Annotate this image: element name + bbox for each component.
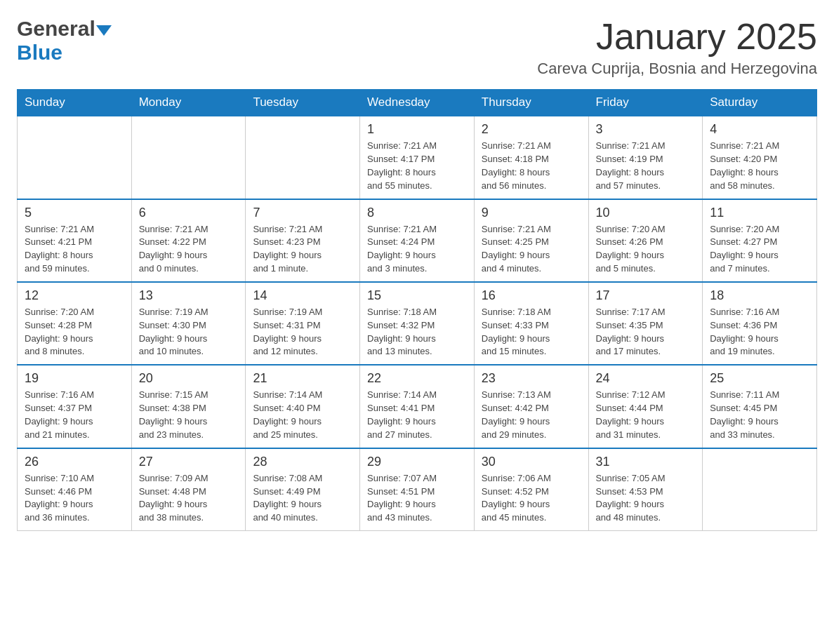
calendar-cell: 5Sunrise: 7:21 AM Sunset: 4:21 PM Daylig…	[18, 199, 132, 282]
day-info: Sunrise: 7:12 AM Sunset: 4:44 PM Dayligh…	[596, 389, 696, 441]
calendar-cell: 10Sunrise: 7:20 AM Sunset: 4:26 PM Dayli…	[588, 199, 703, 282]
day-info: Sunrise: 7:07 AM Sunset: 4:51 PM Dayligh…	[367, 472, 467, 525]
day-number: 15	[367, 288, 467, 303]
day-number: 2	[482, 122, 581, 137]
day-number: 21	[253, 371, 352, 386]
day-info: Sunrise: 7:21 AM Sunset: 4:20 PM Dayligh…	[710, 140, 809, 192]
day-number: 11	[710, 206, 809, 220]
day-info: Sunrise: 7:21 AM Sunset: 4:24 PM Dayligh…	[367, 223, 467, 276]
calendar-cell: 20Sunrise: 7:15 AM Sunset: 4:38 PM Dayli…	[131, 365, 246, 448]
calendar-body: 1Sunrise: 7:21 AM Sunset: 4:17 PM Daylig…	[18, 116, 817, 530]
day-info: Sunrise: 7:11 AM Sunset: 4:45 PM Dayligh…	[710, 389, 809, 441]
calendar-cell: 16Sunrise: 7:18 AM Sunset: 4:33 PM Dayli…	[474, 282, 588, 365]
day-number: 19	[25, 371, 124, 386]
day-info: Sunrise: 7:14 AM Sunset: 4:41 PM Dayligh…	[367, 389, 467, 441]
day-number: 9	[482, 206, 581, 220]
day-number: 28	[253, 455, 352, 469]
day-number: 25	[710, 371, 809, 386]
calendar-cell: 19Sunrise: 7:16 AM Sunset: 4:37 PM Dayli…	[18, 365, 132, 448]
day-info: Sunrise: 7:19 AM Sunset: 4:30 PM Dayligh…	[139, 306, 239, 358]
day-number: 5	[25, 206, 124, 220]
calendar-cell	[18, 116, 132, 199]
calendar-cell: 21Sunrise: 7:14 AM Sunset: 4:40 PM Dayli…	[246, 365, 360, 448]
day-number: 7	[253, 206, 352, 220]
page-header: General Blue January 2025 Careva Cuprija…	[17, 17, 817, 78]
week-row-1: 1Sunrise: 7:21 AM Sunset: 4:17 PM Daylig…	[18, 116, 817, 199]
day-info: Sunrise: 7:17 AM Sunset: 4:35 PM Dayligh…	[596, 306, 696, 358]
day-info: Sunrise: 7:15 AM Sunset: 4:38 PM Dayligh…	[139, 389, 239, 441]
calendar-cell: 4Sunrise: 7:21 AM Sunset: 4:20 PM Daylig…	[703, 116, 817, 199]
day-number: 10	[596, 206, 696, 220]
location-title: Careva Cuprija, Bosnia and Herzegovina	[537, 60, 817, 78]
day-info: Sunrise: 7:21 AM Sunset: 4:21 PM Dayligh…	[25, 223, 124, 276]
calendar-cell: 18Sunrise: 7:16 AM Sunset: 4:36 PM Dayli…	[703, 282, 817, 365]
calendar-cell: 23Sunrise: 7:13 AM Sunset: 4:42 PM Dayli…	[474, 365, 588, 448]
calendar-cell: 30Sunrise: 7:06 AM Sunset: 4:52 PM Dayli…	[474, 448, 588, 531]
week-row-3: 12Sunrise: 7:20 AM Sunset: 4:28 PM Dayli…	[18, 282, 817, 365]
day-info: Sunrise: 7:16 AM Sunset: 4:37 PM Dayligh…	[25, 389, 124, 441]
calendar-cell	[131, 116, 246, 199]
day-info: Sunrise: 7:21 AM Sunset: 4:23 PM Dayligh…	[253, 223, 352, 276]
calendar-cell: 26Sunrise: 7:10 AM Sunset: 4:46 PM Dayli…	[18, 448, 132, 531]
day-number: 30	[482, 455, 581, 469]
calendar-cell: 25Sunrise: 7:11 AM Sunset: 4:45 PM Dayli…	[703, 365, 817, 448]
day-info: Sunrise: 7:16 AM Sunset: 4:36 PM Dayligh…	[710, 306, 809, 358]
week-row-2: 5Sunrise: 7:21 AM Sunset: 4:21 PM Daylig…	[18, 199, 817, 282]
day-number: 4	[710, 122, 809, 137]
day-number: 20	[139, 371, 239, 386]
calendar-cell: 8Sunrise: 7:21 AM Sunset: 4:24 PM Daylig…	[360, 199, 475, 282]
calendar-cell: 14Sunrise: 7:19 AM Sunset: 4:31 PM Dayli…	[246, 282, 360, 365]
day-info: Sunrise: 7:21 AM Sunset: 4:17 PM Dayligh…	[367, 140, 467, 192]
day-info: Sunrise: 7:18 AM Sunset: 4:32 PM Dayligh…	[367, 306, 467, 358]
day-number: 16	[482, 288, 581, 303]
calendar-cell: 11Sunrise: 7:20 AM Sunset: 4:27 PM Dayli…	[703, 199, 817, 282]
calendar-cell: 2Sunrise: 7:21 AM Sunset: 4:18 PM Daylig…	[474, 116, 588, 199]
logo: General Blue	[17, 17, 112, 65]
month-title: January 2025	[537, 17, 817, 57]
logo-general-text: General	[17, 17, 95, 41]
day-number: 31	[596, 455, 696, 469]
day-header-tuesday: Tuesday	[246, 90, 360, 116]
day-number: 27	[139, 455, 239, 469]
calendar-cell	[246, 116, 360, 199]
calendar-cell: 1Sunrise: 7:21 AM Sunset: 4:17 PM Daylig…	[360, 116, 475, 199]
calendar-cell: 3Sunrise: 7:21 AM Sunset: 4:19 PM Daylig…	[588, 116, 703, 199]
day-number: 1	[367, 122, 467, 137]
day-number: 6	[139, 206, 239, 220]
calendar-cell: 27Sunrise: 7:09 AM Sunset: 4:48 PM Dayli…	[131, 448, 246, 531]
days-of-week-row: SundayMondayTuesdayWednesdayThursdayFrid…	[18, 90, 817, 116]
day-info: Sunrise: 7:14 AM Sunset: 4:40 PM Dayligh…	[253, 389, 352, 441]
logo-arrow-icon	[96, 25, 112, 36]
calendar-cell: 15Sunrise: 7:18 AM Sunset: 4:32 PM Dayli…	[360, 282, 475, 365]
day-number: 13	[139, 288, 239, 303]
day-number: 26	[25, 455, 124, 469]
day-number: 22	[367, 371, 467, 386]
day-info: Sunrise: 7:20 AM Sunset: 4:27 PM Dayligh…	[710, 223, 809, 276]
day-info: Sunrise: 7:05 AM Sunset: 4:53 PM Dayligh…	[596, 472, 696, 525]
calendar-header: SundayMondayTuesdayWednesdayThursdayFrid…	[18, 90, 817, 116]
day-header-saturday: Saturday	[703, 90, 817, 116]
calendar-cell: 22Sunrise: 7:14 AM Sunset: 4:41 PM Dayli…	[360, 365, 475, 448]
day-number: 17	[596, 288, 696, 303]
day-header-sunday: Sunday	[18, 90, 132, 116]
day-header-wednesday: Wednesday	[360, 90, 475, 116]
calendar-cell: 17Sunrise: 7:17 AM Sunset: 4:35 PM Dayli…	[588, 282, 703, 365]
day-info: Sunrise: 7:20 AM Sunset: 4:26 PM Dayligh…	[596, 223, 696, 276]
title-area: January 2025 Careva Cuprija, Bosnia and …	[537, 17, 817, 78]
day-info: Sunrise: 7:21 AM Sunset: 4:22 PM Dayligh…	[139, 223, 239, 276]
calendar-cell: 7Sunrise: 7:21 AM Sunset: 4:23 PM Daylig…	[246, 199, 360, 282]
day-header-thursday: Thursday	[474, 90, 588, 116]
day-info: Sunrise: 7:10 AM Sunset: 4:46 PM Dayligh…	[25, 472, 124, 525]
week-row-4: 19Sunrise: 7:16 AM Sunset: 4:37 PM Dayli…	[18, 365, 817, 448]
day-info: Sunrise: 7:08 AM Sunset: 4:49 PM Dayligh…	[253, 472, 352, 525]
calendar-cell: 13Sunrise: 7:19 AM Sunset: 4:30 PM Dayli…	[131, 282, 246, 365]
day-number: 8	[367, 206, 467, 220]
calendar-cell: 29Sunrise: 7:07 AM Sunset: 4:51 PM Dayli…	[360, 448, 475, 531]
day-info: Sunrise: 7:21 AM Sunset: 4:18 PM Dayligh…	[482, 140, 581, 192]
day-number: 18	[710, 288, 809, 303]
day-info: Sunrise: 7:09 AM Sunset: 4:48 PM Dayligh…	[139, 472, 239, 525]
day-number: 29	[367, 455, 467, 469]
day-info: Sunrise: 7:13 AM Sunset: 4:42 PM Dayligh…	[482, 389, 581, 441]
day-info: Sunrise: 7:19 AM Sunset: 4:31 PM Dayligh…	[253, 306, 352, 358]
calendar-cell: 31Sunrise: 7:05 AM Sunset: 4:53 PM Dayli…	[588, 448, 703, 531]
